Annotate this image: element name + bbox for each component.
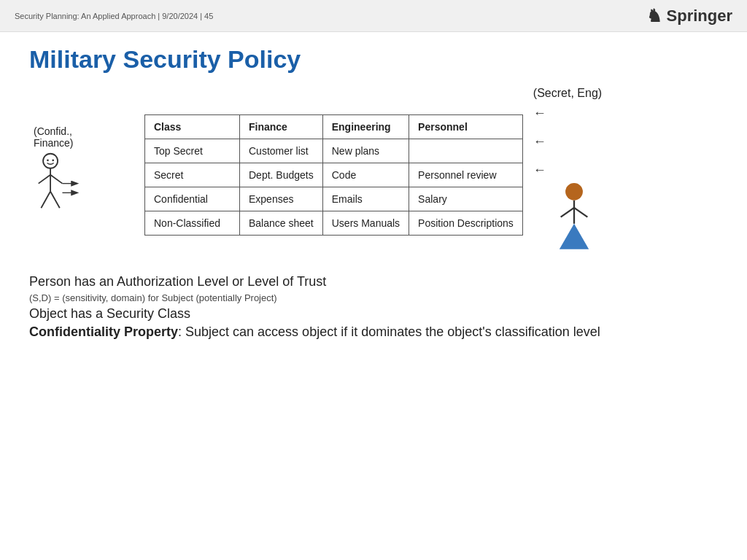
svg-point-0 xyxy=(43,153,58,168)
bottom-line-3: Object has a Security Class xyxy=(29,306,718,322)
svg-point-1 xyxy=(47,159,49,161)
page-title: Military Security Policy xyxy=(29,45,718,74)
arrow-icon-3: ← xyxy=(533,163,546,178)
right-arrows: ← ← ← xyxy=(533,106,546,178)
cell-confidential-class: Confidential xyxy=(145,187,240,211)
cell-nonclassified-class: Non-Classified xyxy=(145,211,240,235)
cell-secret-class: Secret xyxy=(145,163,240,187)
cell-top-secret-personnel xyxy=(409,139,523,163)
cell-secret-personnel: Personnel review xyxy=(409,163,523,187)
bottom-line-2: (S,D) = (sensitivity, domain) for Subjec… xyxy=(29,292,718,303)
cell-top-secret-class: Top Secret xyxy=(145,139,240,163)
cell-secret-engineering: Code xyxy=(322,163,409,187)
col-header-finance: Finance xyxy=(240,114,323,139)
table-row: Top Secret Customer list New plans xyxy=(145,139,523,163)
cell-confidential-personnel: Salary xyxy=(409,187,523,211)
svg-marker-14 xyxy=(560,224,589,249)
stick-figure-right xyxy=(545,182,603,262)
bottom-line-4: Confidentiality Property: Subject can ac… xyxy=(29,324,718,340)
diagram-area: (Confid.,Finance) xyxy=(29,87,718,262)
stick-figure-left xyxy=(29,152,88,225)
bottom-text: Person has an Authorization Level or Lev… xyxy=(29,274,718,340)
table-row: Non-Classified Balance sheet Users Manua… xyxy=(145,211,523,235)
publisher-name: Springer xyxy=(667,7,732,26)
svg-point-2 xyxy=(52,159,54,161)
svg-point-10 xyxy=(565,183,583,201)
header-text: Security Planning: An Applied Approach |… xyxy=(15,12,213,20)
left-figure-area: (Confid.,Finance) xyxy=(29,125,144,225)
col-header-class: Class xyxy=(145,114,240,139)
svg-line-5 xyxy=(50,174,62,183)
col-header-personnel: Personnel xyxy=(409,114,523,139)
bottom-line-1: Person has an Authorization Level or Lev… xyxy=(29,274,718,289)
cell-nonclassified-personnel: Position Descriptions xyxy=(409,211,523,235)
svg-line-4 xyxy=(39,174,50,183)
svg-line-7 xyxy=(50,191,60,208)
cell-confidential-engineering: Emails xyxy=(322,187,409,211)
right-figure-area: (Secret, Eng) ← ← ← xyxy=(530,87,625,262)
cell-secret-finance: Dept. Budgets xyxy=(240,163,323,187)
cell-confidential-finance: Expenses xyxy=(240,187,323,211)
arrow-icon-2: ← xyxy=(533,134,546,149)
svg-line-6 xyxy=(41,191,50,208)
confidentiality-property-bold: Confidentiality Property xyxy=(29,324,178,339)
springer-icon: ♞ xyxy=(646,6,662,26)
arrow-icon-1: ← xyxy=(533,106,546,121)
secret-eng-label: (Secret, Eng) xyxy=(533,87,602,100)
cell-nonclassified-finance: Balance sheet xyxy=(240,211,323,235)
header-bar: Security Planning: An Applied Approach |… xyxy=(0,0,747,32)
table-row: Secret Dept. Budgets Code Personnel revi… xyxy=(145,163,523,187)
table-header-row: Class Finance Engineering Personnel xyxy=(145,114,523,139)
confidentiality-property-text: : Subject can access object if it domina… xyxy=(178,324,600,339)
security-table: Class Finance Engineering Personnel Top … xyxy=(144,114,523,236)
main-content: Military Security Policy (Confid.,Financ… xyxy=(0,32,747,350)
cell-top-secret-finance: Customer list xyxy=(240,139,323,163)
confid-label: (Confid.,Finance) xyxy=(34,125,73,149)
svg-line-12 xyxy=(561,208,574,217)
springer-logo: ♞ Springer xyxy=(646,6,732,26)
cell-top-secret-engineering: New plans xyxy=(322,139,409,163)
cell-nonclassified-engineering: Users Manuals xyxy=(322,211,409,235)
col-header-engineering: Engineering xyxy=(322,114,409,139)
svg-line-13 xyxy=(574,208,587,217)
table-row: Confidential Expenses Emails Salary xyxy=(145,187,523,211)
